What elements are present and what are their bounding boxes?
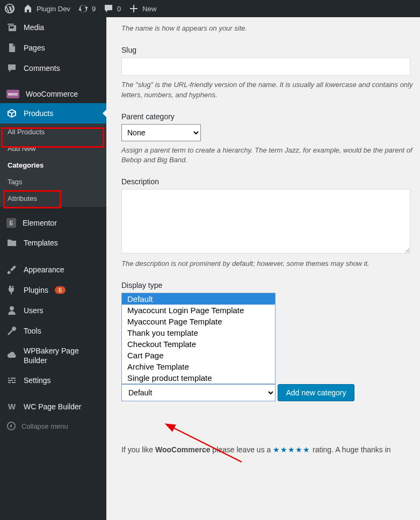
rating-link[interactable]: ★★★★★ [273,445,310,454]
display-option[interactable]: Thank you template [122,327,275,338]
sidebar-item-elementor[interactable]: EElementor [0,213,106,233]
user-icon [6,305,17,316]
description-label: Description [121,177,420,186]
parent-help: Assign a parent term to create a hierarc… [121,146,420,166]
display-type-select[interactable]: Default [121,384,276,401]
sidebar-item-comments[interactable]: Comments [0,58,106,78]
collapse-icon [6,421,16,431]
site-name: Plugin Dev [37,5,70,13]
add-category-button[interactable]: Add new category [278,384,354,401]
cloud-icon [6,350,17,361]
description-textarea[interactable] [121,189,410,254]
updates-count: 9 [92,5,96,13]
comment-icon [6,63,17,74]
slug-input[interactable] [121,57,410,76]
brush-icon [6,264,17,275]
wrench-icon [6,326,17,336]
wp-logo[interactable] [4,3,15,14]
sidebar-item-tools[interactable]: Tools [0,321,106,341]
sub-add-new[interactable]: Add New [0,140,106,157]
new-label: New [142,5,156,13]
plugins-badge: 6 [55,286,66,294]
sliders-icon [6,375,17,386]
display-type-options[interactable]: DefaultMyacocunt Login Page TemplateMyac… [121,293,276,384]
description-help: The description is not prominent by defa… [121,259,420,269]
footer-message: If you like WooCommerce please leave us … [121,445,420,454]
elementor-icon: E [6,218,16,228]
sidebar-item-wcpb[interactable]: WWC Page Builder [0,397,106,416]
sidebar-item-woocommerce[interactable]: wooWooCommerce [0,85,106,103]
woo-icon: woo [6,90,19,98]
folder-icon [6,237,17,248]
display-option[interactable]: Archive Template [122,361,275,372]
comments-count: 0 [117,5,121,13]
display-option[interactable]: Cart Page [122,350,275,361]
w-icon: W [6,402,17,411]
page-icon [6,42,17,53]
sidebar-item-products[interactable]: Products [0,103,106,124]
slug-help: The "slug" is the URL-friendly version o… [121,80,420,100]
main-content: The name is how it appears on your site.… [106,17,420,520]
box-icon [6,108,17,119]
sidebar-item-media[interactable]: Media [0,17,106,38]
parent-label: Parent category [121,112,420,121]
new-link[interactable]: New [128,3,156,14]
display-option[interactable]: Checkout Template [122,338,275,350]
sidebar-item-plugins[interactable]: Plugins6 [0,280,106,300]
sub-tags[interactable]: Tags [0,174,106,190]
display-option[interactable]: Myacocunt Login Page Template [122,305,275,316]
sidebar-item-wpbakery[interactable]: WPBakery Page Builder [0,341,106,370]
display-option[interactable]: Single product template [122,372,275,384]
sidebar-item-appearance[interactable]: Appearance [0,259,106,280]
media-icon [6,22,17,33]
slug-label: Slug [121,46,420,54]
sub-attributes[interactable]: Attributes [0,190,106,207]
parent-select[interactable]: None [121,124,201,141]
collapse-menu[interactable]: Collapse menu [0,416,106,436]
updates-link[interactable]: 9 [78,3,96,14]
sub-categories[interactable]: Categories [0,157,106,174]
site-link[interactable]: Plugin Dev [23,3,70,14]
name-help: The name is how it appears on your site. [121,24,420,34]
products-submenu: All Products Add New Categories Tags Att… [0,124,106,207]
sidebar-item-templates[interactable]: Templates [0,233,106,253]
display-type-label: Display type [121,281,420,290]
plug-icon [6,285,17,295]
sub-all-products[interactable]: All Products [0,124,106,140]
display-option[interactable]: Default [122,293,275,305]
comments-link[interactable]: 0 [103,3,121,14]
sidebar-item-settings[interactable]: Settings [0,370,106,391]
admin-sidebar: Media Pages Comments wooWooCommerce Prod… [0,17,106,520]
sidebar-item-pages[interactable]: Pages [0,38,106,58]
sidebar-item-users[interactable]: Users [0,300,106,321]
display-option[interactable]: Myaccount Page Template [122,316,275,327]
